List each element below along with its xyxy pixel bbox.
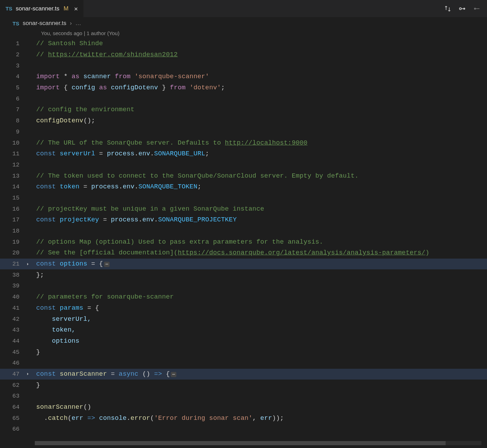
code-line[interactable]: 65 .catch(err => console.error('Error du… <box>0 413 487 424</box>
token: . <box>135 150 138 157</box>
line-number: 40 <box>0 294 24 300</box>
title-actions <box>443 4 487 13</box>
code-line[interactable]: 40// parameters for sonarqube-scanner <box>0 292 487 303</box>
code-line[interactable]: 5import { config as configDotenv } from … <box>0 82 487 93</box>
code-line[interactable]: 2// https://twitter.com/shindesan2012 <box>0 49 487 60</box>
line-number: 46 <box>0 360 24 366</box>
code-line[interactable]: 9 <box>0 127 487 138</box>
fold-collapsed-icon[interactable] <box>24 372 31 376</box>
line-number: 18 <box>0 228 24 234</box>
code-line[interactable]: 39 <box>0 280 487 292</box>
line-number: 3 <box>0 63 24 69</box>
breadcrumb-file[interactable]: sonar-scanner.ts <box>23 20 66 27</box>
token: ( <box>150 415 154 422</box>
code-line[interactable]: 44 options <box>0 336 487 347</box>
code-line[interactable]: 8configDotenv(); <box>0 115 487 127</box>
tab-sonar-scanner[interactable]: TS sonar-scanner.ts M ✕ <box>0 0 84 17</box>
compare-changes-icon[interactable] <box>443 4 452 13</box>
code-line[interactable]: 41const params = { <box>0 303 487 314</box>
identifier: serverUrl <box>60 150 95 157</box>
fn-call: error <box>130 415 150 422</box>
code-line[interactable]: 63 <box>0 391 487 402</box>
identifier: process <box>91 183 119 190</box>
line-number: 6 <box>0 96 24 102</box>
identifier: SONARQUBE_TOKEN <box>138 183 198 190</box>
link[interactable]: https://docs.sonarqube.org/latest/analys… <box>178 249 425 256</box>
comment: // config the environment <box>36 106 135 113</box>
token: => <box>83 415 99 422</box>
code-line[interactable]: 18 <box>0 226 487 237</box>
tab-bar: TS sonar-scanner.ts M ✕ <box>0 0 487 17</box>
identifier: process <box>107 150 134 157</box>
code-line[interactable]: 21const options = {⋯ <box>0 259 487 270</box>
line-number: 38 <box>0 272 24 278</box>
keyword: from <box>170 84 185 91</box>
code-line[interactable]: 15 <box>0 193 487 204</box>
codelens-author[interactable]: You, seconds ago | 1 author (You) <box>41 30 119 36</box>
link[interactable]: http://localhost:9000 <box>225 139 308 147</box>
editor-area[interactable]: You, seconds ago | 1 author (You) 1// Sa… <box>0 29 487 448</box>
keyword: async <box>119 370 138 378</box>
code-line[interactable]: 11const serverUrl = process.env.SONARQUB… <box>0 148 487 160</box>
line-number: 47 <box>0 371 24 377</box>
close-icon[interactable]: ✕ <box>74 5 78 13</box>
svg-point-1 <box>463 8 465 10</box>
line-number: 4 <box>0 73 24 80</box>
scrollbar-thumb[interactable] <box>35 441 446 445</box>
line-number: 21 <box>0 261 24 267</box>
line-number: 10 <box>0 140 24 146</box>
code-line[interactable]: 46 <box>0 358 487 369</box>
horizontal-scrollbar[interactable] <box>35 441 481 445</box>
line-number: 7 <box>0 106 24 113</box>
code-line[interactable]: 14const token = process.env.SONARQUBE_TO… <box>0 181 487 193</box>
identifier: options <box>60 260 87 268</box>
open-changes-icon[interactable] <box>458 4 467 13</box>
code-line[interactable]: 12 <box>0 160 487 171</box>
code-line[interactable]: 43 token, <box>0 325 487 336</box>
token: { <box>64 84 67 91</box>
fn-call: configDotenv <box>36 117 83 124</box>
code-line[interactable]: 64sonarScanner() <box>0 402 487 413</box>
code-line[interactable]: 10// The URL of the SonarQube server. De… <box>0 137 487 148</box>
breadcrumb[interactable]: TS sonar-scanner.ts › … <box>0 17 487 29</box>
token: = <box>107 370 119 378</box>
keyword: as <box>72 73 80 80</box>
code-line[interactable]: 62} <box>0 380 487 391</box>
code-line[interactable]: 38}; <box>0 269 487 280</box>
folded-indicator[interactable]: ⋯ <box>104 262 110 267</box>
link[interactable]: https://twitter.com/shindesan2012 <box>48 51 178 58</box>
line-number: 62 <box>0 382 24 389</box>
code-line[interactable]: 6 <box>0 93 487 104</box>
code-line[interactable]: 4import * as scanner from 'sonarqube-sca… <box>0 71 487 82</box>
folded-indicator[interactable]: ⋯ <box>171 372 176 377</box>
ts-icon: TS <box>6 6 12 11</box>
breadcrumb-trail[interactable]: … <box>75 20 81 27</box>
comment: // The URL of the SonarQube server. Defa… <box>36 139 225 147</box>
code-line[interactable]: 7// config the environment <box>0 104 487 115</box>
code-line[interactable]: 19// options Map (optional) Used to pass… <box>0 236 487 247</box>
line-number: 5 <box>0 84 24 91</box>
code-line[interactable]: 42 serverUrl, <box>0 313 487 325</box>
token: => <box>154 370 162 378</box>
code-line[interactable]: 20// See the [official documentation](ht… <box>0 247 487 259</box>
line-number: 2 <box>0 51 24 58</box>
code-line[interactable]: 45} <box>0 347 487 358</box>
code-line[interactable]: 47const sonarScanner = async () => {⋯ <box>0 369 487 380</box>
code-line[interactable]: 3 <box>0 60 487 71</box>
string: 'sonarqube-scanner' <box>135 73 209 80</box>
token: ( <box>67 415 71 422</box>
code-line[interactable]: 66 <box>0 424 487 435</box>
code-line[interactable]: 1// Santosh Shinde <box>0 38 487 49</box>
revert-icon[interactable] <box>472 4 481 13</box>
fold-collapsed-icon[interactable] <box>24 262 31 267</box>
line-number: 8 <box>0 117 24 124</box>
comment: // parameters for sonarqube-scanner <box>36 293 174 301</box>
code-line[interactable]: 16// projectKey must be unique in a give… <box>0 203 487 214</box>
code-line[interactable]: 17const projectKey = process.env.SONARQU… <box>0 214 487 226</box>
token: = { <box>83 304 99 312</box>
code-line[interactable]: 13// The token used to connect to the So… <box>0 170 487 181</box>
line-number: 9 <box>0 129 24 135</box>
token: }; <box>36 271 44 279</box>
chevron-right-icon: › <box>70 20 72 27</box>
comment: ) <box>425 249 429 256</box>
